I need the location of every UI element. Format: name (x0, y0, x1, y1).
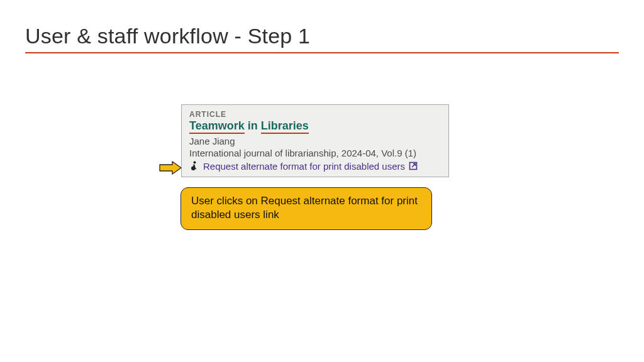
svg-point-0 (194, 162, 196, 164)
instruction-callout: User clicks on Request alternate format … (180, 187, 432, 230)
article-title[interactable]: Teamwork in Libraries (189, 119, 441, 133)
pointer-arrow-icon (158, 161, 182, 175)
alternate-format-link-text: Request alternate format for print disab… (203, 161, 405, 172)
result-type-label: ARTICLE (189, 110, 441, 119)
slide: User & staff workflow - Step 1 ARTICLE T… (0, 0, 644, 362)
accessibility-icon (189, 161, 199, 171)
article-author: Jane Jiang (189, 136, 441, 146)
title-keyword-3: Libraries (261, 119, 309, 134)
instruction-text: User clicks on Request alternate format … (191, 195, 418, 221)
slide-title: User & staff workflow - Step 1 (25, 24, 619, 53)
title-keyword-1: Teamwork (189, 119, 245, 134)
svg-marker-3 (160, 162, 181, 174)
article-source: International journal of librarianship, … (189, 148, 441, 158)
search-result-card: ARTICLE Teamwork in Libraries Jane Jiang… (181, 104, 449, 177)
external-link-icon (409, 162, 418, 170)
title-word-2: in (248, 119, 258, 132)
alternate-format-link[interactable]: Request alternate format for print disab… (189, 161, 441, 172)
title-wrap: User & staff workflow - Step 1 (25, 24, 619, 53)
